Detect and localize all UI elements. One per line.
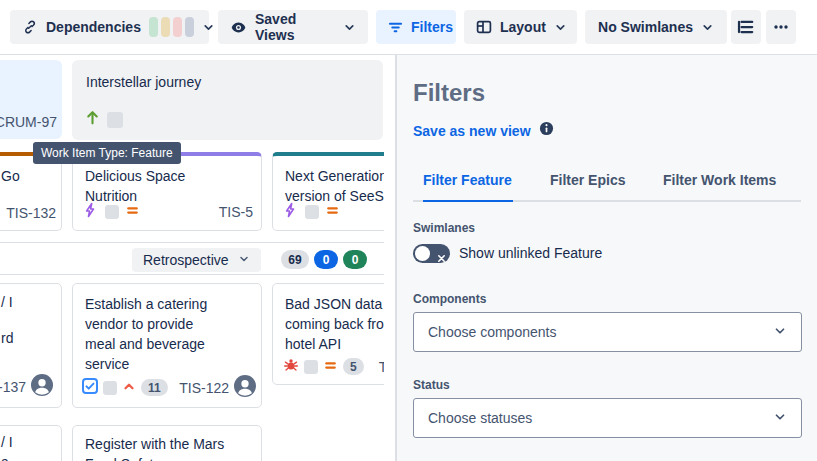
card-id: TIS-122 [179, 380, 229, 396]
card-title-fragment: / I [1, 434, 13, 450]
chevron-down-icon [554, 21, 567, 34]
avatar-placeholder [103, 381, 117, 395]
components-section-label: Components [413, 292, 486, 306]
layout-label: Layout [500, 19, 546, 35]
chevron-down-icon [343, 21, 356, 34]
link-icon [22, 19, 38, 35]
show-unlinked-toggle[interactable] [413, 244, 450, 263]
eye-icon [230, 19, 247, 36]
card-title-fragment: rd [1, 330, 13, 346]
work-item-type-tooltip: Work Item Type: Feature [33, 142, 181, 164]
feature-bar-title: Interstellar journey [86, 74, 201, 90]
estimate-badge: 11 [141, 379, 168, 396]
card-title-line: Next Generation [285, 166, 384, 186]
card-title-line: Food Safety [85, 454, 249, 461]
filters-label: Filters [411, 19, 453, 35]
card-title-line: Register with the Mars [85, 434, 249, 454]
dependencies-button[interactable]: Dependencies [10, 10, 209, 44]
swimlanes-section-label: Swimlanes [413, 221, 475, 235]
feature-bar-card[interactable]: Interstellar journey [72, 60, 383, 140]
card-bad-json[interactable]: Bad JSON data coming back fro hotel API [272, 283, 384, 385]
panel-title: Filters [413, 79, 485, 107]
swimlane-mode-button[interactable]: No Swimlanes [585, 10, 727, 44]
card-title-line: service [85, 354, 249, 374]
card-title-fragment: a [1, 454, 9, 461]
dependency-pill [173, 17, 182, 37]
status-select[interactable]: Choose statuses [413, 398, 802, 438]
card-register-mars[interactable]: Register with the Mars Food Safety [72, 425, 262, 461]
card-title-line: hotel API [285, 334, 384, 354]
card-id-fragment: -137 [0, 379, 26, 395]
filter-icon [388, 20, 403, 35]
card-id: TIS-132 [6, 205, 56, 221]
dependency-pill [161, 17, 170, 37]
sprint-count-badge-blue: 0 [314, 250, 338, 269]
card-title-fragment: / I [1, 294, 13, 310]
avatar [234, 375, 256, 400]
saved-views-button[interactable]: Saved Views [218, 10, 368, 44]
avatar-placeholder [107, 112, 123, 128]
task-type-icon [82, 378, 98, 397]
card-id: CRUM-97 [0, 114, 57, 130]
status-placeholder: Choose statuses [428, 410, 532, 426]
filters-button[interactable]: Filters [376, 10, 456, 44]
card-tis-122[interactable]: Establish a catering vendor to provide m… [72, 283, 262, 408]
sprint-count-badge-green: 0 [343, 250, 367, 269]
avatar-placeholder [304, 360, 318, 374]
priority-medium-icon [325, 203, 340, 221]
dependency-pill [185, 17, 194, 37]
components-placeholder: Choose components [428, 324, 556, 340]
info-icon[interactable] [539, 121, 554, 140]
saved-views-label: Saved Views [255, 11, 335, 43]
estimate-badge: 5 [343, 358, 364, 375]
tab-filter-epics[interactable]: Filter Epics [550, 172, 625, 188]
avatar [31, 374, 53, 400]
show-unlinked-label: Show unlinked Feature [459, 245, 602, 261]
card-crum-97[interactable]: CRUM-97 [0, 60, 62, 139]
sprint-count-badge: 69 [281, 250, 309, 269]
avatar-placeholder [105, 205, 119, 219]
status-section-label: Status [413, 378, 450, 392]
arrow-up-icon [84, 109, 101, 130]
avatar-placeholder [305, 205, 319, 219]
card-title-fragment: Go [1, 168, 20, 184]
swimlane-divider [0, 242, 384, 243]
layout-button[interactable]: Layout [464, 10, 577, 44]
components-select[interactable]: Choose components [413, 312, 802, 352]
rows-icon [737, 18, 755, 36]
filters-panel: Filters Save as new view Filter Feature … [395, 55, 817, 461]
tab-filter-work-items[interactable]: Filter Work Items [663, 172, 776, 188]
swimlane-divider [0, 274, 384, 275]
feature-type-icon [283, 202, 299, 221]
priority-high-icon [122, 379, 136, 396]
card-id: TIS-5 [219, 204, 253, 220]
dependencies-label: Dependencies [46, 19, 141, 35]
toggle-off-x-icon [437, 249, 446, 267]
sprint-selector-button[interactable]: Retrospective [132, 248, 261, 272]
card-next-generation[interactable]: Next Generation version of SeeS [272, 152, 384, 231]
toolbar: Dependencies Saved Views [0, 0, 817, 55]
card-title-line: Establish a catering [85, 294, 249, 314]
more-button[interactable] [766, 10, 796, 44]
card-tis-137[interactable]: / I rd -137 [0, 283, 62, 408]
dependency-status-pills [149, 17, 194, 37]
save-as-new-view-link[interactable]: Save as new view [413, 123, 531, 139]
card-title-line: Delicious Space [85, 166, 249, 186]
active-tab-indicator [423, 200, 513, 202]
toggle-knob [415, 246, 430, 261]
chevron-down-icon [701, 21, 714, 34]
feature-type-icon [83, 202, 99, 221]
tab-filter-feature[interactable]: Filter Feature [423, 172, 512, 188]
chevron-down-icon [773, 324, 787, 341]
sprint-label: Retrospective [143, 252, 229, 268]
dependency-pill [149, 17, 158, 37]
chevron-down-icon [773, 410, 787, 427]
row-height-button[interactable] [731, 10, 761, 44]
layout-icon [476, 19, 492, 35]
card-title-line: coming back fro [285, 314, 384, 334]
card-title-line: vendor to provide [85, 314, 249, 334]
chevron-down-icon [238, 252, 250, 268]
more-icon [773, 19, 789, 35]
plan-board-screen: Dependencies Saved Views [0, 0, 817, 461]
card-partial-bottom-left[interactable]: / I a [0, 425, 62, 461]
